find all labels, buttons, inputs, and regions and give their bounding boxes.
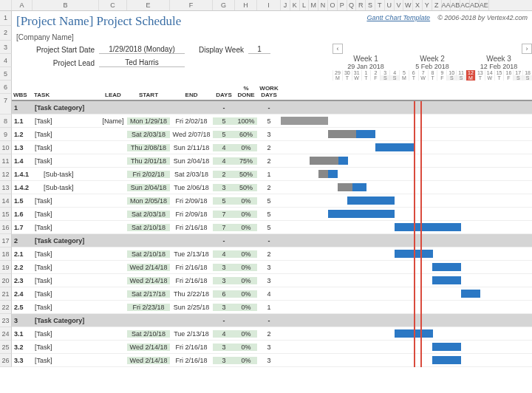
start-date-value[interactable]: 1/29/2018 (Monday) [99,45,185,54]
category-row[interactable]: 3[Task Category]-- [12,314,532,327]
end-cell[interactable]: Thu 2/22/18 [170,290,213,298]
days-cell[interactable]: 3 [213,344,235,351]
task-cell[interactable]: [Task] [33,277,99,284]
task-row[interactable]: 1.4[Task]Thu 2/01/18Sun 2/04/18475%2 [12,154,532,168]
done-cell[interactable]: 0% [235,211,257,218]
task-cell[interactable]: [Task] [33,144,99,151]
task-row[interactable]: 1.7[Task]Sat 2/10/18Fri 2/16/1870%5 [12,221,532,234]
row-header-3[interactable]: 3 [0,41,12,54]
task-row[interactable]: 1.5[Task]Mon 2/05/18Fri 2/09/1850%5 [12,194,532,208]
row-header-11[interactable]: 11 [0,154,12,168]
start-cell[interactable]: Fri 2/23/18 [127,304,170,311]
col-header-W[interactable]: W [403,0,413,10]
wbs-cell[interactable]: 3.2 [12,344,33,351]
wbs-cell[interactable]: 1.7 [12,224,33,231]
col-header-B[interactable]: B [33,0,99,10]
row-header-12[interactable]: 12 [0,168,12,181]
task-row[interactable]: 1.4.1[Sub-task]Fri 2/02/18Sat 2/03/18250… [12,168,532,181]
wbs-cell[interactable]: 3.1 [12,330,33,338]
gantt-bar[interactable] [281,117,328,125]
start-cell[interactable]: Sun 2/04/18 [127,184,170,191]
col-header-U[interactable]: U [385,0,395,10]
task-cell[interactable]: [Task Category] [33,104,99,112]
start-cell[interactable]: Wed 2/14/18 [127,264,170,271]
col-header-T[interactable]: T [375,0,385,10]
task-cell[interactable]: [Task] [33,304,99,311]
start-cell[interactable]: Wed 2/14/18 [127,277,170,284]
days-cell[interactable]: 3 [213,264,235,271]
row-header-2[interactable]: 2 [0,26,12,41]
end-cell[interactable]: Fri 2/02/18 [170,117,213,125]
task-cell[interactable]: [Task] [33,250,99,258]
done-cell[interactable]: 0% [235,277,257,284]
task-cell[interactable]: [Sub-task] [33,184,99,191]
end-cell[interactable]: Fri 2/09/18 [170,211,213,218]
col-header-AA[interactable]: AA [442,0,451,10]
days-cell[interactable]: 7 [213,211,235,218]
row-header-7[interactable]: 7 [0,94,12,115]
col-header-AC[interactable]: AC [460,0,470,10]
task-cell[interactable]: [Task] [33,357,99,364]
row-header-16[interactable]: 16 [0,221,12,234]
end-cell[interactable]: Fri 2/09/18 [170,197,213,205]
task-cell[interactable]: [Task] [33,197,99,205]
col-header-Q[interactable]: Q [347,0,357,10]
row-header-5[interactable]: 5 [0,67,12,81]
task-cell[interactable]: [Task Category] [33,237,99,245]
days-cell[interactable]: 5 [213,117,235,125]
row-header-19[interactable]: 19 [0,261,12,274]
wbs-cell[interactable]: 1.4 [12,157,33,165]
end-cell[interactable]: Sun 2/04/18 [170,157,213,165]
wbs-cell[interactable]: 1.5 [12,197,33,205]
days-cell[interactable]: 4 [213,157,235,165]
task-row[interactable]: 1.2[Task]Sat 2/03/18Wed 2/07/18560%3 [12,128,532,141]
display-week-value[interactable]: 1 [248,45,270,54]
gantt-bar[interactable] [395,329,433,338]
col-header-J[interactable]: J [281,0,290,10]
task-cell[interactable]: [Task] [33,344,99,351]
gantt-bar[interactable] [347,196,395,205]
done-cell[interactable]: 75% [235,157,257,165]
done-cell[interactable]: 50% [235,171,257,178]
done-cell[interactable]: 100% [235,117,257,125]
col-header-AB[interactable]: AB [451,0,460,10]
wbs-cell[interactable]: 2.1 [12,250,33,258]
end-cell[interactable]: Fri 2/16/18 [170,357,213,364]
task-row[interactable]: 2.4[Task]Sat 2/17/18Thu 2/22/1860%4 [12,287,532,301]
col-header-Z[interactable]: Z [432,0,442,10]
gantt-bar[interactable] [328,130,375,138]
lead-cell[interactable]: [Name] [99,117,127,125]
days-cell[interactable]: 5 [213,197,235,205]
gantt-bar[interactable] [432,263,461,271]
task-row[interactable]: 2.2[Task]Wed 2/14/18Fri 2/16/1830%3 [12,261,532,274]
gantt-bar[interactable] [432,276,461,284]
row-header-25[interactable]: 25 [0,341,12,354]
col-header-C[interactable]: C [99,0,127,10]
col-header-S[interactable]: S [366,0,375,10]
wbs-cell[interactable]: 1.4.1 [12,171,33,178]
row-header-14[interactable]: 14 [0,194,12,208]
gantt-bar[interactable] [432,343,461,351]
col-header-L[interactable]: L [300,0,310,10]
col-header-F[interactable]: F [170,0,213,10]
end-cell[interactable]: Fri 2/16/18 [170,264,213,271]
row-header-17[interactable]: 17 [0,234,12,247]
gantt-bar[interactable] [318,170,338,178]
start-cell[interactable]: Mon 2/05/18 [127,197,170,205]
row-header-21[interactable]: 21 [0,287,12,301]
wbs-cell[interactable]: 3 [12,317,33,324]
col-header-AD[interactable]: AD [470,0,480,10]
days-cell[interactable]: 3 [213,184,235,191]
work-cell[interactable]: 1 [257,171,281,178]
work-cell[interactable]: 5 [257,197,281,205]
col-header-V[interactable]: V [395,0,404,10]
end-cell[interactable]: Sat 2/03/18 [170,171,213,178]
template-link[interactable]: Gantt Chart Template [366,14,430,40]
done-cell[interactable]: 0% [235,144,257,151]
work-cell[interactable]: 3 [257,357,281,364]
wbs-cell[interactable]: 3.3 [12,357,33,364]
days-cell[interactable]: 6 [213,290,235,298]
wbs-cell[interactable]: 1.3 [12,144,33,151]
col-header-G[interactable]: G [213,0,235,10]
work-cell[interactable]: 2 [257,184,281,191]
